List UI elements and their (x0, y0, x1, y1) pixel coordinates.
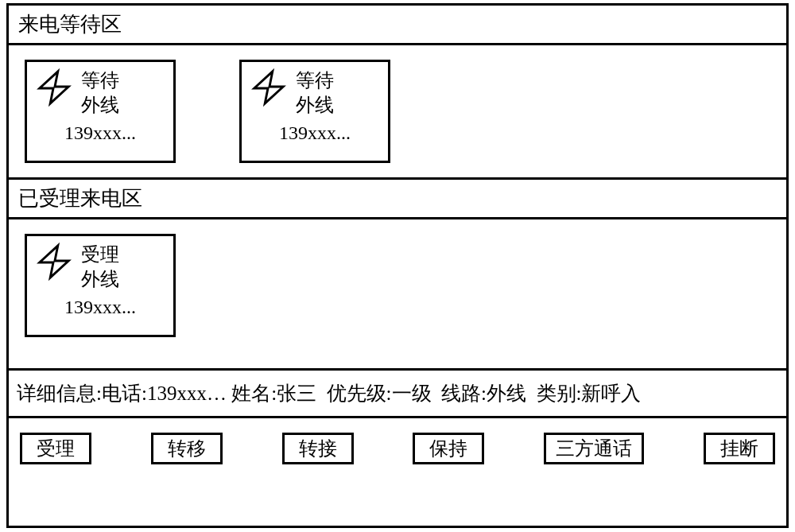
lightning-icon (250, 68, 288, 107)
call-number: 139xxx... (35, 122, 165, 144)
line-value: 外线 (487, 382, 526, 404)
call-number: 139xxx... (35, 297, 165, 318)
call-card-labels: 受理 外线 (81, 243, 119, 292)
waiting-call-card[interactable]: 等待 外线 139xxx... (25, 60, 176, 163)
call-card-top: 受理 外线 (35, 243, 165, 292)
call-line: 外线 (81, 93, 119, 118)
hold-button[interactable]: 保持 (413, 433, 484, 464)
details-prefix: 详细信息: (17, 382, 102, 404)
priority-label: 优先级: (327, 382, 392, 404)
call-status: 等待 (81, 68, 119, 93)
category-label: 类别: (537, 382, 582, 404)
call-number: 139xxx... (250, 122, 380, 144)
phone-value: 139xxx… (147, 382, 227, 404)
name-value: 张三 (277, 382, 316, 404)
accept-button[interactable]: 受理 (20, 433, 91, 464)
lightning-icon (35, 243, 73, 281)
accepted-area-body: 受理 外线 139xxx... (9, 219, 786, 371)
accepted-call-card[interactable]: 受理 外线 139xxx... (25, 234, 176, 337)
category-value: 新呼入 (581, 382, 641, 404)
waiting-area-header: 来电等待区 (9, 6, 786, 45)
call-card-labels: 等待 外线 (296, 68, 334, 118)
call-status: 受理 (81, 243, 119, 267)
hangup-button[interactable]: 挂断 (704, 433, 775, 464)
waiting-area-title: 来电等待区 (18, 13, 122, 36)
waiting-call-card[interactable]: 等待 外线 139xxx... (239, 60, 390, 163)
priority-value: 一级 (392, 382, 432, 404)
details-row: 详细信息:电话:139xxx… 姓名:张三 优先级:一级 线路:外线 类别:新呼… (9, 371, 786, 418)
call-card-labels: 等待 外线 (81, 68, 119, 118)
call-status: 等待 (296, 68, 334, 93)
call-card-top: 等待 外线 (35, 68, 165, 118)
accepted-area-title: 已受理来电区 (18, 187, 142, 210)
lightning-icon (35, 68, 73, 107)
conference-button[interactable]: 三方通话 (544, 433, 644, 464)
accepted-area-header: 已受理来电区 (9, 180, 786, 219)
call-line: 外线 (81, 267, 119, 292)
buttons-row: 受理 转移 转接 保持 三方通话 挂断 (9, 418, 786, 479)
name-label: 姓名: (231, 382, 277, 404)
line-label: 线路: (441, 382, 487, 404)
call-line: 外线 (296, 93, 334, 118)
call-card-top: 等待 外线 (250, 68, 380, 118)
main-container: 来电等待区 等待 外线 139xxx... 等待 (6, 3, 789, 528)
waiting-area-body: 等待 外线 139xxx... 等待 外线 139xxx... (9, 45, 786, 180)
forward-button[interactable]: 转接 (282, 433, 354, 464)
phone-label: 电话: (102, 382, 147, 404)
transfer-button[interactable]: 转移 (151, 433, 223, 464)
